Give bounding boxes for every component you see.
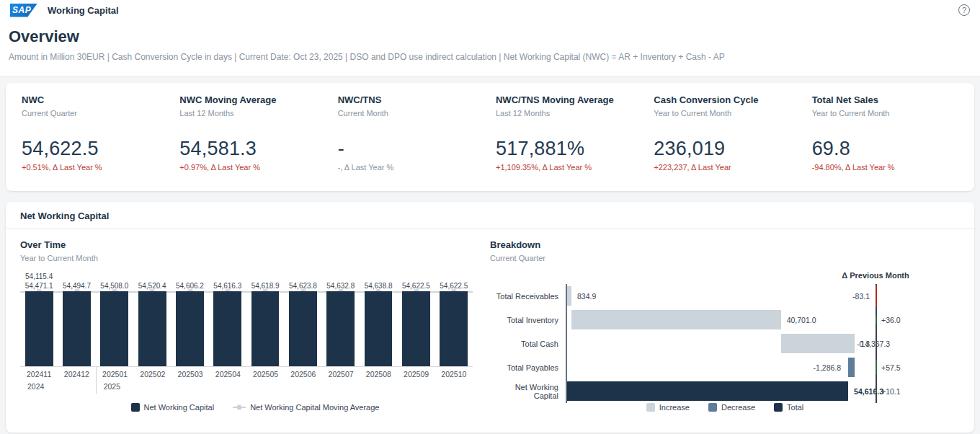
x-tick-label: 202501 xyxy=(96,367,134,380)
kpi-tile-nwc-tns-moving-average[interactable]: NWC/TNS Moving Average Last 12 Months 51… xyxy=(490,94,648,177)
bar-plot-area: 54,115.454,471.154,494.754,508.054,520.4… xyxy=(20,273,473,366)
waterfall-category-label: Total Payables xyxy=(490,355,566,379)
waterfall-category-label: Total Inventory xyxy=(490,308,566,332)
waterfall-row-total-cash[interactable]: Total Cash14,367.3-0.3 xyxy=(490,332,960,355)
kpi-value: - xyxy=(338,138,484,160)
x-tick-label: 202412 xyxy=(58,367,95,380)
x-tick-label: 202507 xyxy=(322,367,360,380)
x-axis-labels: 2024112024122025012025022025032025042025… xyxy=(20,366,473,380)
top-bar: SAP Working Capital ? xyxy=(0,0,980,20)
legend-label: Decrease xyxy=(721,403,755,412)
waterfall-category-label: Net Working Capital xyxy=(490,379,566,403)
page-title: Overview xyxy=(9,27,971,46)
over-time-period: Year to Current Month xyxy=(20,254,490,262)
sap-logo: SAP xyxy=(10,4,37,17)
kpi-title: Cash Conversion Cycle xyxy=(654,94,800,105)
kpi-period: Current Month xyxy=(338,109,484,118)
bar-202503[interactable]: 54,606.2 xyxy=(171,273,208,366)
kpi-delta: +1,109.35%, Δ Last Year % xyxy=(496,163,642,172)
bar-202504[interactable]: 54,616.3 xyxy=(209,273,246,366)
x-tick-label: 202509 xyxy=(398,367,435,380)
kpi-period: Last 12 Months xyxy=(179,109,326,118)
bar-202412[interactable]: 54,494.7 xyxy=(58,273,95,366)
waterfall-category-label: Total Cash xyxy=(490,332,566,355)
year-axis-labels: 20242025 xyxy=(20,380,473,394)
bar-202501[interactable]: 54,508.0 xyxy=(96,273,133,366)
delta-tick xyxy=(876,315,877,324)
x-tick-label: 202504 xyxy=(209,367,246,380)
kpi-title: NWC xyxy=(22,94,168,105)
kpi-title: NWC Moving Average xyxy=(179,94,326,105)
x-tick-label: 202505 xyxy=(247,367,285,380)
x-tick-label: 202503 xyxy=(172,367,209,380)
over-time-title: Over Time xyxy=(20,239,490,250)
breakdown-chart: Breakdown Current Quarter Δ Previous Mon… xyxy=(490,239,960,419)
bar-202509[interactable]: 54,622.5 xyxy=(397,273,435,366)
kpi-value: 236,019 xyxy=(654,138,800,160)
waterfall-rows: Total Receivables834.9-83.1Total Invento… xyxy=(490,284,960,403)
kpi-value: 54,622.5 xyxy=(22,138,168,160)
kpi-tile-cash-conversion-cycle[interactable]: Cash Conversion Cycle Year to Current Mo… xyxy=(648,94,806,177)
section-title: Net Working Capital xyxy=(6,202,974,229)
delta-value-label: -83.1 xyxy=(852,292,870,301)
app-title: Working Capital xyxy=(48,5,119,16)
breakdown-title: Breakdown xyxy=(490,239,960,250)
delta-tick xyxy=(876,360,877,375)
kpi-period: Year to Current Month xyxy=(812,109,958,118)
waterfall-row-total-receivables[interactable]: Total Receivables834.9-83.1 xyxy=(490,284,960,308)
delta-value-label: +10.1 xyxy=(881,387,901,396)
delta-tick xyxy=(876,342,877,345)
kpi-tile-nwc[interactable]: NWC Current Quarter 54,622.5 +0.51%, Δ L… xyxy=(16,94,174,177)
bar-202505[interactable]: 54,618.9 xyxy=(246,273,284,366)
x-tick-label: 202411 xyxy=(20,367,58,380)
waterfall-bar[interactable] xyxy=(781,334,855,353)
over-time-legend: Net Working CapitalNet Working Capital M… xyxy=(20,403,490,419)
bar-202502[interactable]: 54,520.4 xyxy=(133,273,171,366)
kpi-delta: +0.51%, Δ Last Year % xyxy=(22,163,168,172)
legend-item[interactable]: Net Working Capital xyxy=(131,403,215,412)
breakdown-legend: IncreaseDecreaseTotal xyxy=(490,403,960,419)
waterfall-category-label: Total Receivables xyxy=(490,284,566,308)
line-legend-icon xyxy=(233,407,246,408)
legend-item[interactable]: Net Working Capital Moving Average xyxy=(233,403,379,412)
legend-label: Net Working Capital Moving Average xyxy=(250,403,379,412)
year-label: 2025 xyxy=(96,380,473,394)
waterfall-value-label: 40,701.0 xyxy=(787,316,816,324)
kpi-value: 54,581.3 xyxy=(179,138,326,160)
net-working-capital-card: Net Working Capital Over Time Year to Cu… xyxy=(6,202,974,433)
bar-202411[interactable]: 54,115.454,471.1 xyxy=(20,273,58,366)
waterfall-row-net-working-capital[interactable]: Net Working Capital54,616.3+10.1 xyxy=(490,379,960,403)
kpi-delta: -94.80%, Δ Last Year % xyxy=(812,163,958,172)
waterfall-bar[interactable] xyxy=(567,381,848,401)
kpi-tile-nwc-moving-average[interactable]: NWC Moving Average Last 12 Months 54,581… xyxy=(174,94,331,177)
bar-202506[interactable]: 54,623.8 xyxy=(284,273,321,366)
bar-legend-icon xyxy=(131,403,140,412)
x-tick-label: 202506 xyxy=(285,367,322,380)
kpi-title: NWC/TNS xyxy=(338,94,484,105)
legend-label: Increase xyxy=(659,403,690,412)
waterfall-row-total-payables[interactable]: Total Payables-1,286.8+57.5 xyxy=(490,355,960,379)
help-icon[interactable]: ? xyxy=(958,4,970,16)
year-label: 2024 xyxy=(20,380,96,394)
bar-202510[interactable]: 54,622.5 xyxy=(435,273,473,366)
delta-previous-month-header: Δ Previous Month xyxy=(854,271,959,284)
waterfall-row-total-inventory[interactable]: Total Inventory40,701.0+36.0 xyxy=(490,308,960,332)
page-header: Overview Amount in Million 30EUR | Cash … xyxy=(0,20,980,77)
kpi-period: Current Quarter xyxy=(22,109,168,118)
legend-label: Net Working Capital xyxy=(144,403,215,412)
legend-item[interactable]: Decrease xyxy=(708,403,755,412)
bar-202508[interactable]: 54,638.8 xyxy=(360,273,397,366)
waterfall-bar[interactable] xyxy=(571,310,781,329)
kpi-value: 69.8 xyxy=(812,138,958,160)
kpi-period: Last 12 Months xyxy=(496,109,642,118)
kpi-tile-total-net-sales[interactable]: Total Net Sales Year to Current Month 69… xyxy=(806,94,964,177)
legend-item[interactable]: Increase xyxy=(646,403,690,412)
kpi-card: NWC Current Quarter 54,622.5 +0.51%, Δ L… xyxy=(6,83,974,191)
over-time-chart: Over Time Year to Current Month 54,115.4… xyxy=(20,239,490,419)
kpi-tile-nwc-tns[interactable]: NWC/TNS Current Month - -, Δ Last Year % xyxy=(332,94,490,177)
legend-label: Total xyxy=(787,403,803,412)
waterfall-bar[interactable] xyxy=(567,286,571,306)
bar-202507[interactable]: 54,632.8 xyxy=(322,273,360,366)
page-subtitle: Amount in Million 30EUR | Cash Conversio… xyxy=(9,52,971,62)
legend-item[interactable]: Total xyxy=(774,403,803,412)
